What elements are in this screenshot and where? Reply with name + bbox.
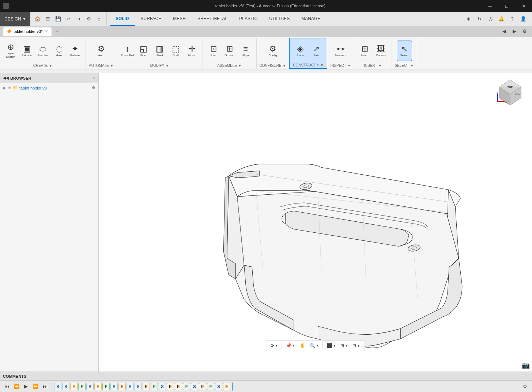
ground-button[interactable]: ⊞ Ground	[222, 41, 237, 61]
fillet-button[interactable]: ◱ Fillet	[136, 41, 151, 61]
save-button[interactable]: 💾	[54, 15, 63, 23]
timeline-item-4[interactable]: S	[86, 383, 94, 390]
inspect-dropdown-icon[interactable]: ▼	[347, 64, 351, 68]
pattern-button[interactable]: ✦ Pattern	[67, 41, 83, 61]
pan-button[interactable]: ✋	[298, 342, 307, 349]
revolve-button[interactable]: ⬭ Revolve	[35, 41, 50, 61]
insert-dropdown-icon[interactable]: ▼	[378, 64, 382, 68]
timeline-item-16[interactable]: F	[183, 383, 190, 390]
timeline-item-17[interactable]: S	[191, 383, 198, 390]
timeline-next-button[interactable]: ⏩	[31, 383, 39, 391]
create-dropdown-icon[interactable]: ▼	[49, 64, 52, 68]
timeline-item-6[interactable]: F	[102, 383, 110, 390]
timeline-settings-button[interactable]: ⚙	[521, 383, 529, 391]
insert-button[interactable]: ⊞ Insert	[357, 41, 373, 61]
automate-dropdown-icon[interactable]: ▼	[110, 64, 114, 68]
display-mode-button[interactable]: ⬛ ▼	[325, 342, 338, 349]
timeline-item-12[interactable]: F	[151, 383, 158, 390]
tab-options-button[interactable]: ⚙	[520, 27, 529, 36]
extrude-button[interactable]: ▣ Extrude	[19, 41, 34, 61]
plane-button[interactable]: ◈ Plane	[293, 41, 308, 61]
snap-button[interactable]: 📌 ▼	[284, 342, 297, 349]
close-button[interactable]: ✕	[515, 0, 532, 12]
snap-dropdown[interactable]: ▼	[292, 344, 295, 347]
component-settings-icon[interactable]: ⚙	[92, 85, 95, 90]
new-tab-button[interactable]: +	[53, 27, 61, 35]
tab-sheet-metal[interactable]: SHEET METAL	[192, 12, 233, 26]
design-button[interactable]: DESIGN ▼	[0, 12, 30, 26]
minimize-button[interactable]: ─	[482, 0, 498, 12]
user-button[interactable]: 👤	[519, 15, 528, 23]
display-dropdown[interactable]: ▼	[333, 344, 336, 347]
shell-button[interactable]: ▥ Shell	[152, 41, 167, 61]
main-viewport[interactable]: ⌂ TOP RIGHT Z X ⟳ ▼ 📌 ▼ ✋	[99, 73, 532, 372]
orbit-dropdown[interactable]: ▼	[275, 344, 278, 347]
help-button[interactable]: ?	[508, 15, 517, 23]
move-button[interactable]: ✛ Move	[184, 41, 200, 61]
screenshot-button[interactable]: 📷	[522, 361, 530, 369]
new-sketch-button[interactable]: ⊕ New Sketch	[3, 41, 18, 61]
select-dropdown-icon[interactable]: ▼	[410, 64, 414, 68]
layout-button[interactable]: ⊟ ▼	[351, 342, 362, 349]
update-button[interactable]: ↻	[475, 15, 484, 23]
tab-mesh[interactable]: MESH	[167, 12, 192, 26]
timeline-end-button[interactable]: ⏭	[41, 383, 49, 391]
select-button[interactable]: ↖ Select	[397, 41, 412, 61]
redo-button[interactable]: ↪	[74, 15, 83, 23]
timeline-item-19[interactable]: F	[207, 383, 214, 390]
hole-button[interactable]: ◌ Hole	[51, 41, 67, 61]
timeline-item-0[interactable]: S	[54, 383, 61, 390]
new-button[interactable]: ☰	[44, 15, 52, 23]
zoom-button[interactable]: 🔍 ▼	[308, 342, 321, 349]
timeline-item-5[interactable]: E	[94, 383, 102, 390]
timeline-item-13[interactable]: S	[159, 383, 166, 390]
timeline-prev-button[interactable]: ⏪	[12, 383, 20, 391]
timeline-item-21[interactable]: E	[223, 383, 230, 390]
orbit-button[interactable]: ⟳ ▼	[269, 342, 280, 349]
expand-arrow-icon[interactable]: ▶	[3, 85, 6, 90]
align-button[interactable]: ≡ Align	[238, 41, 253, 61]
measure-button[interactable]: ⊷ Measure	[333, 41, 348, 61]
timeline-item-7[interactable]: S	[110, 383, 118, 390]
timeline-item-8[interactable]: E	[118, 383, 126, 390]
window-controls[interactable]: ─ □ ✕	[482, 0, 532, 12]
browser-expand-button[interactable]: ⊕	[93, 76, 95, 80]
grid-button[interactable]: ⊞ ▼	[339, 342, 350, 349]
home-nav-button[interactable]: ⌂	[95, 15, 103, 23]
configure-dropdown-icon[interactable]: ▼	[283, 64, 286, 68]
grid-dropdown[interactable]: ▼	[345, 344, 348, 347]
construct-dropdown-icon[interactable]: ▼	[320, 63, 324, 67]
draft-button[interactable]: ⬚ Draft	[168, 41, 184, 61]
timeline-item-11[interactable]: E	[143, 383, 150, 390]
file-tab-active[interactable]: 🔶 tablet holder v3* ✕	[3, 27, 52, 36]
tab-utilities[interactable]: UTILITIES	[263, 12, 295, 26]
timeline-item-9[interactable]: S	[127, 383, 134, 390]
timeline-item-14[interactable]: E	[167, 383, 174, 390]
assemble-dropdown-icon[interactable]: ▼	[238, 64, 242, 68]
notification-button[interactable]: 🔔	[497, 15, 506, 23]
timeline-item-20[interactable]: S	[215, 383, 222, 390]
layout-dropdown[interactable]: ▼	[357, 344, 360, 347]
zoom-dropdown[interactable]: ▼	[316, 344, 319, 347]
undo-button[interactable]: ↩	[64, 15, 73, 23]
joint-button[interactable]: ⊡ Joint	[206, 41, 221, 61]
timeline-item-3[interactable]: F	[78, 383, 86, 390]
timeline-item-10[interactable]: S	[135, 383, 142, 390]
canvas-button[interactable]: 🖼 Canvas	[373, 41, 389, 61]
tab-plastic[interactable]: PLASTIC	[233, 12, 263, 26]
account-button[interactable]: ◎	[486, 15, 495, 23]
comments-add-button[interactable]: +	[521, 372, 529, 380]
visibility-icon[interactable]: 👁	[7, 86, 11, 90]
browser-collapse-icon[interactable]: ◀◀	[3, 76, 9, 80]
press-pull-button[interactable]: ↕ Press Pull	[120, 41, 135, 61]
automate-button[interactable]: ⚙ Auto	[94, 41, 109, 61]
file-tab-close[interactable]: ✕	[45, 29, 48, 33]
home-button[interactable]: 🏠	[33, 15, 42, 23]
axis-button[interactable]: ↗ Axis	[309, 41, 324, 61]
timeline-item-1[interactable]: S	[62, 383, 69, 390]
timeline-item-15[interactable]: E	[175, 383, 182, 390]
tab-manage[interactable]: MANAGE	[295, 12, 326, 26]
timeline-play-button[interactable]: ▶	[22, 383, 30, 391]
timeline-item-2[interactable]: E	[70, 383, 78, 390]
tab-surface[interactable]: SURFACE	[135, 12, 167, 26]
